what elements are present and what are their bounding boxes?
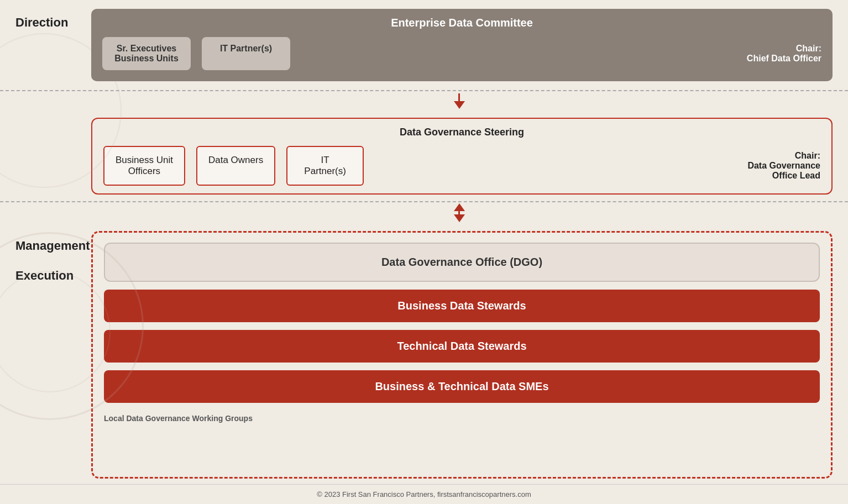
arrow-head-down2 [454,214,465,222]
mgmt-exec-labels: Management Execution [0,223,86,484]
footer: © 2023 First San Francisco Partners, fir… [0,484,848,504]
bidirect-inner [454,203,465,222]
dgo-box: Data Governance Office (DGO) [104,243,820,282]
arrow-shaft-down [458,93,460,101]
edc-boxes: Sr. Executives Business Units IT Partner… [102,37,722,70]
edc-title: Enterprise Data Committee [391,17,533,29]
steering-left [0,111,86,201]
exec-box1: Business Data Stewards [104,290,820,322]
direction-content: Enterprise Data Committee Sr. Executives… [86,0,848,90]
arrow-bidirectional [86,202,833,223]
dgs-box2: Data Owners [196,146,275,186]
exec-box3: Business & Technical Data SMEs [104,370,820,403]
footer-text: © 2023 First San Francisco Partners, fir… [317,490,531,498]
mgmt-exec-dashed-box: Data Governance Office (DGO) Business Da… [91,231,833,479]
dgs-chair: Chair: Data Governance Office Lead [721,151,820,181]
edc-box2: IT Partner(s) [202,37,290,70]
dgs-box1: Business Unit Officers [103,146,185,186]
arrow-area-2 [0,202,848,223]
arrow-area-1 [0,91,848,111]
management-label: Management [0,223,86,253]
direction-label: Direction [0,0,86,90]
edc-box1: Sr. Executives Business Units [102,37,191,70]
edc-box: Enterprise Data Committee Sr. Executives… [91,9,833,81]
steering-inner: Business Unit Officers Data Owners IT Pa… [103,146,820,186]
steering-section: Data Governance Steering Business Unit O… [0,111,848,202]
arrow-head-up [454,203,465,211]
steering-content: Data Governance Steering Business Unit O… [86,111,848,201]
arrow-down-inner [454,93,465,109]
exec-box2: Technical Data Stewards [104,330,820,363]
steering-boxes: Business Unit Officers Data Owners IT Pa… [103,146,710,186]
edc-chair: Chair: Chief Data Officer [733,44,821,64]
dgs-box: Data Governance Steering Business Unit O… [91,118,833,195]
arrow-down-edc [86,91,833,111]
execution-label: Execution [0,253,86,484]
direction-section: Direction Enterprise Data Committee Sr. … [0,0,848,91]
local-label: Local Data Governance Working Groups [104,414,820,423]
arrow-head-down [454,101,465,109]
dgs-title: Data Governance Steering [400,127,524,138]
edc-inner: Sr. Executives Business Units IT Partner… [102,37,821,70]
diagram-container: Direction Enterprise Data Committee Sr. … [0,0,848,504]
dgs-box3: IT Partner(s) [286,146,364,186]
mgmt-exec-content: Data Governance Office (DGO) Business Da… [86,223,848,484]
mgmt-exec-section: Management Execution Data Governance Off… [0,223,848,484]
